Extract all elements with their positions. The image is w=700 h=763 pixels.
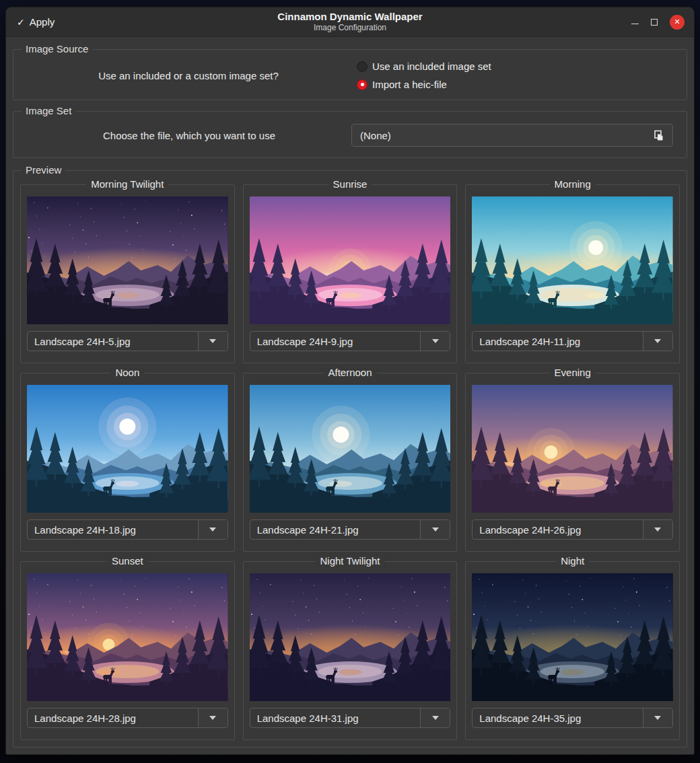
wallpaper-scene: [472, 385, 673, 513]
image-select-combobox[interactable]: Landscape 24H-31.jpg: [250, 708, 451, 728]
combo-arrow-button[interactable]: [643, 332, 672, 351]
combo-value: Landscape 24H-18.jpg: [28, 520, 198, 539]
radio-icon[interactable]: [357, 79, 368, 90]
chevron-down-icon: [209, 339, 216, 343]
preview-card: Evening: [465, 373, 680, 552]
combo-arrow-button[interactable]: [198, 520, 228, 539]
wallpaper-image: [250, 385, 451, 513]
combo-arrow-button[interactable]: [420, 708, 450, 727]
combo-value: Landscape 24H-5.jpg: [28, 332, 198, 351]
combo-arrow-button[interactable]: [420, 332, 450, 351]
preview-card: Morning: [465, 184, 680, 363]
image-source-question: Use an included or a custom image set?: [27, 70, 350, 81]
wallpaper-image: [472, 573, 673, 701]
preview-card: Sunrise: [243, 184, 458, 363]
card-title: Sunset: [107, 555, 148, 567]
preview-card: Night: [465, 561, 680, 740]
wallpaper-image: [472, 385, 673, 513]
wallpaper-image: [250, 196, 451, 324]
combo-value: Landscape 24H-28.jpg: [28, 708, 198, 727]
image-set-section: Image Set Choose the file, which you wan…: [13, 111, 687, 158]
wallpaper-scene: [250, 385, 451, 513]
combo-value: Landscape 24H-31.jpg: [250, 708, 421, 727]
card-title: Night: [556, 555, 589, 567]
titlebar[interactable]: ✓ Apply Cinnamon Dynamic Wallpaper Image…: [6, 7, 694, 37]
image-select-combobox[interactable]: Landscape 24H-28.jpg: [27, 708, 228, 728]
image-select-combobox[interactable]: Landscape 24H-11.jpg: [472, 331, 673, 351]
check-icon: ✓: [17, 17, 25, 28]
wallpaper-scene: [27, 573, 228, 701]
chevron-down-icon: [654, 339, 661, 343]
combo-value: Landscape 24H-26.jpg: [473, 520, 643, 539]
preview-card: Sunset: [20, 561, 235, 740]
image-source-label: Image Source: [22, 43, 92, 54]
minimize-button[interactable]: [631, 18, 639, 26]
preview-label: Preview: [22, 164, 65, 176]
combo-arrow-button[interactable]: [198, 708, 228, 727]
chevron-down-icon: [432, 716, 439, 720]
preview-card: Night Twilight: [243, 561, 458, 740]
image-select-combobox[interactable]: Landscape 24H-26.jpg: [472, 519, 673, 540]
wallpaper-scene: [27, 196, 228, 324]
content-area: Image Source Use an included or a custom…: [6, 37, 694, 754]
window-title: Cinnamon Dynamic Wallpaper: [277, 11, 422, 24]
radio-option-label: Use an included image set: [372, 61, 491, 72]
card-title: Evening: [550, 367, 596, 378]
close-button[interactable]: ✕: [670, 15, 685, 30]
apply-button[interactable]: ✓ Apply: [13, 13, 277, 30]
image-select-combobox[interactable]: Landscape 24H-9.jpg: [250, 331, 451, 351]
combo-value: Landscape 24H-35.jpg: [473, 708, 643, 727]
combo-arrow-button[interactable]: [643, 708, 672, 727]
preview-card: Morning Twilight: [20, 184, 235, 363]
combo-value: Landscape 24H-21.jpg: [250, 520, 421, 539]
app-window: ✓ Apply Cinnamon Dynamic Wallpaper Image…: [5, 7, 695, 755]
file-copy-icon: [653, 130, 664, 141]
preview-card: Noon: [20, 373, 235, 552]
wallpaper-image: [27, 196, 228, 324]
wallpaper-image: [472, 196, 673, 324]
wallpaper-scene: [250, 573, 451, 701]
preview-card: Afternoon: [243, 373, 458, 552]
chevron-down-icon: [209, 528, 216, 532]
file-chooser-value: (None): [360, 130, 646, 141]
combo-arrow-button[interactable]: [420, 520, 450, 539]
chevron-down-icon: [432, 339, 439, 343]
chevron-down-icon: [654, 528, 661, 532]
radio-option-label: Import a heic-file: [372, 79, 447, 90]
radio-option[interactable]: Use an included image set: [357, 61, 673, 72]
combo-value: Landscape 24H-9.jpg: [250, 332, 421, 351]
preview-section: Preview Morning Twilight: [13, 170, 687, 748]
wallpaper-image: [27, 385, 228, 513]
file-prompt: Choose the file, which you want to use: [27, 130, 351, 141]
image-set-label: Image Set: [22, 105, 75, 116]
apply-label: Apply: [30, 16, 55, 28]
chevron-down-icon: [654, 716, 661, 720]
card-title: Night Twilight: [316, 555, 385, 567]
image-select-combobox[interactable]: Landscape 24H-5.jpg: [27, 331, 228, 351]
image-select-combobox[interactable]: Landscape 24H-35.jpg: [472, 708, 673, 728]
window-subtitle: Image Configuration: [277, 23, 422, 33]
radio-group: Use an included image setImport a heic-f…: [350, 61, 673, 90]
image-select-combobox[interactable]: Landscape 24H-18.jpg: [27, 519, 228, 540]
combo-value: Landscape 24H-11.jpg: [473, 332, 643, 351]
radio-option[interactable]: Import a heic-file: [357, 79, 673, 90]
image-select-combobox[interactable]: Landscape 24H-21.jpg: [250, 519, 451, 540]
chevron-down-icon: [432, 528, 439, 532]
card-title: Morning Twilight: [86, 178, 168, 190]
preview-grid: Morning Twilight: [20, 184, 680, 740]
wallpaper-image: [27, 573, 228, 701]
wallpaper-scene: [472, 196, 673, 324]
card-title: Sunrise: [328, 178, 372, 190]
wallpaper-scene: [472, 573, 673, 701]
card-title: Afternoon: [323, 367, 376, 378]
combo-arrow-button[interactable]: [198, 332, 228, 351]
wallpaper-scene: [250, 196, 451, 324]
wallpaper-image: [250, 573, 451, 701]
chevron-down-icon: [209, 716, 216, 720]
file-chooser-button[interactable]: (None): [351, 124, 673, 147]
maximize-button[interactable]: [651, 19, 658, 26]
image-source-section: Image Source Use an included or a custom…: [13, 49, 687, 100]
combo-arrow-button[interactable]: [643, 520, 672, 539]
card-title: Morning: [550, 178, 596, 190]
radio-icon[interactable]: [357, 61, 368, 72]
